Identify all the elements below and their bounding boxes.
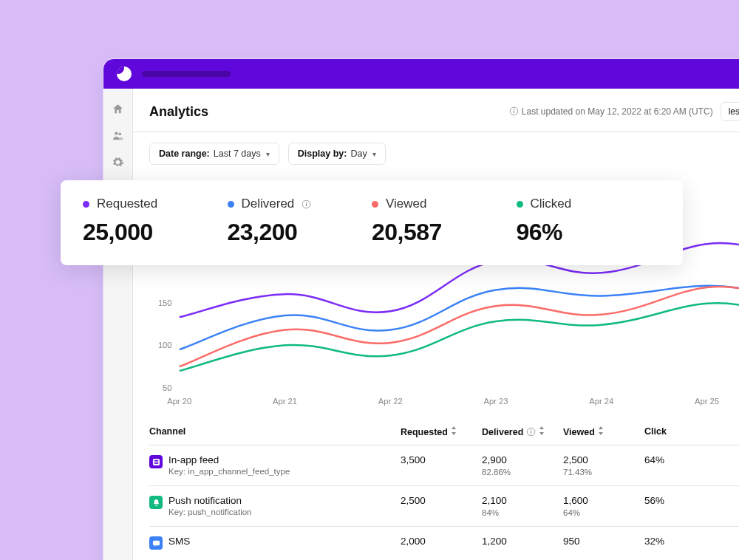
info-icon bbox=[509, 106, 519, 116]
kpi-delivered: Delivered 23,200 bbox=[228, 197, 372, 246]
chevron-down-icon: ▾ bbox=[266, 150, 270, 158]
kpi-label: Requested bbox=[97, 197, 157, 211]
chevron-down-icon: ▾ bbox=[372, 150, 376, 158]
svg-rect-3 bbox=[514, 111, 514, 114]
kpi-requested: Requested 25,000 bbox=[83, 197, 228, 246]
cell-delivered-pct: 82.86% bbox=[482, 468, 563, 477]
cell-viewed: 950 bbox=[563, 536, 644, 547]
svg-text:150: 150 bbox=[158, 298, 172, 307]
info-icon[interactable] bbox=[302, 199, 311, 209]
cell-requested: 2,500 bbox=[401, 495, 482, 506]
svg-rect-18 bbox=[152, 458, 159, 465]
cell-requested: 3,500 bbox=[401, 454, 482, 465]
svg-rect-20 bbox=[154, 462, 158, 463]
dot-icon bbox=[83, 201, 89, 208]
cell-clicked: 64% bbox=[644, 454, 726, 465]
channel-name: In-app feed bbox=[168, 454, 290, 465]
kpi-clicked: Clicked 96% bbox=[517, 197, 661, 246]
svg-text:Apr 23: Apr 23 bbox=[483, 397, 508, 406]
column-channel[interactable]: Channel bbox=[149, 426, 401, 437]
cell-viewed-pct: 64% bbox=[563, 508, 644, 517]
column-viewed[interactable]: Viewed bbox=[563, 426, 644, 437]
svg-text:50: 50 bbox=[163, 383, 171, 392]
svg-text:Apr 24: Apr 24 bbox=[589, 397, 613, 406]
kpi-label: Delivered bbox=[242, 197, 295, 211]
svg-point-0 bbox=[115, 132, 118, 134]
app-window: Analytics Last updated on May 12, 2022 a… bbox=[103, 59, 739, 560]
column-requested[interactable]: Requested bbox=[401, 426, 482, 437]
channel-key: Key: push_notification bbox=[168, 508, 252, 516]
feed-icon bbox=[149, 455, 163, 468]
date-range-label: Date range: bbox=[159, 148, 210, 159]
svg-rect-16 bbox=[531, 431, 531, 434]
date-range-select[interactable]: Date range: Last 7 days ▾ bbox=[149, 143, 279, 165]
kpi-label: Clicked bbox=[531, 197, 572, 211]
svg-rect-17 bbox=[531, 429, 531, 430]
dot-icon bbox=[228, 201, 234, 208]
display-by-select[interactable]: Display by: Day ▾ bbox=[288, 143, 386, 165]
svg-text:Apr 20: Apr 20 bbox=[167, 397, 191, 406]
svg-rect-4 bbox=[514, 109, 514, 109]
last-updated: Last updated on May 12, 2022 at 6:20 AM … bbox=[509, 106, 712, 117]
home-icon[interactable] bbox=[112, 102, 125, 115]
cell-viewed-pct: 71.43% bbox=[563, 468, 644, 477]
cell-delivered: 1,200 bbox=[482, 536, 563, 547]
column-clicked[interactable]: Click bbox=[644, 426, 726, 437]
kpi-label: Viewed bbox=[386, 197, 426, 211]
cell-delivered: 2,100 bbox=[482, 495, 563, 506]
display-by-label: Display by: bbox=[298, 148, 347, 159]
page-title: Analytics bbox=[149, 104, 208, 120]
date-range-value: Last 7 days bbox=[214, 148, 261, 159]
svg-text:Apr 25: Apr 25 bbox=[695, 397, 719, 406]
table-row[interactable]: Push notification Key: push_notification… bbox=[149, 485, 739, 526]
table-row[interactable]: In-app feed Key: in_app_channel_feed_typ… bbox=[149, 445, 739, 485]
gear-icon[interactable] bbox=[112, 155, 125, 168]
svg-rect-24 bbox=[306, 202, 307, 202]
dot-icon bbox=[372, 201, 378, 208]
svg-rect-23 bbox=[306, 203, 307, 206]
kpi-viewed: Viewed 20,587 bbox=[372, 197, 517, 246]
brand-logo bbox=[117, 66, 132, 81]
cell-delivered-pct: 84% bbox=[482, 508, 563, 517]
sms-icon bbox=[149, 536, 163, 550]
chart: 50100150200Apr 20Apr 21Apr 22Apr 23Apr 2… bbox=[133, 240, 739, 410]
sort-icon bbox=[539, 426, 545, 437]
cell-viewed: 2,500 bbox=[563, 454, 644, 465]
svg-rect-19 bbox=[154, 460, 158, 461]
sidebar bbox=[103, 89, 133, 560]
channel-name: SMS bbox=[168, 536, 190, 547]
kpi-value: 20,587 bbox=[372, 219, 517, 246]
cell-delivered: 2,900 bbox=[482, 454, 563, 465]
svg-rect-21 bbox=[152, 540, 159, 544]
content: Analytics Last updated on May 12, 2022 a… bbox=[133, 89, 739, 560]
title-placeholder bbox=[142, 71, 231, 77]
svg-text:100: 100 bbox=[158, 341, 172, 349]
kpi-value: 96% bbox=[517, 219, 661, 246]
dot-icon bbox=[517, 201, 523, 208]
channel-name: Push notification bbox=[168, 495, 252, 506]
bell-icon bbox=[149, 496, 163, 509]
range-pill[interactable]: less tha bbox=[721, 102, 739, 121]
channel-key: Key: in_app_channel_feed_type bbox=[168, 467, 290, 476]
sort-icon bbox=[598, 426, 604, 437]
table-row[interactable]: SMS 2,000 1,200 950 32% bbox=[149, 526, 739, 559]
cell-requested: 2,000 bbox=[401, 536, 482, 547]
kpi-value: 25,000 bbox=[83, 219, 228, 246]
svg-point-1 bbox=[119, 132, 122, 135]
users-icon[interactable] bbox=[112, 129, 125, 142]
cell-viewed: 1,600 bbox=[563, 495, 644, 506]
sort-icon bbox=[451, 426, 457, 437]
kpi-value: 23,200 bbox=[228, 219, 372, 246]
svg-text:Apr 22: Apr 22 bbox=[378, 397, 403, 406]
cell-clicked: 56% bbox=[644, 495, 726, 506]
svg-text:Apr 21: Apr 21 bbox=[273, 397, 297, 406]
cell-clicked: 32% bbox=[644, 536, 726, 547]
info-icon bbox=[526, 427, 536, 437]
kpi-card: Requested 25,000 Delivered 23,200 Viewed… bbox=[61, 180, 683, 265]
column-delivered[interactable]: Delivered bbox=[482, 426, 563, 437]
display-by-value: Day bbox=[350, 148, 367, 159]
channel-table: Channel Requested Delivered bbox=[133, 417, 739, 559]
title-bar bbox=[103, 59, 739, 89]
